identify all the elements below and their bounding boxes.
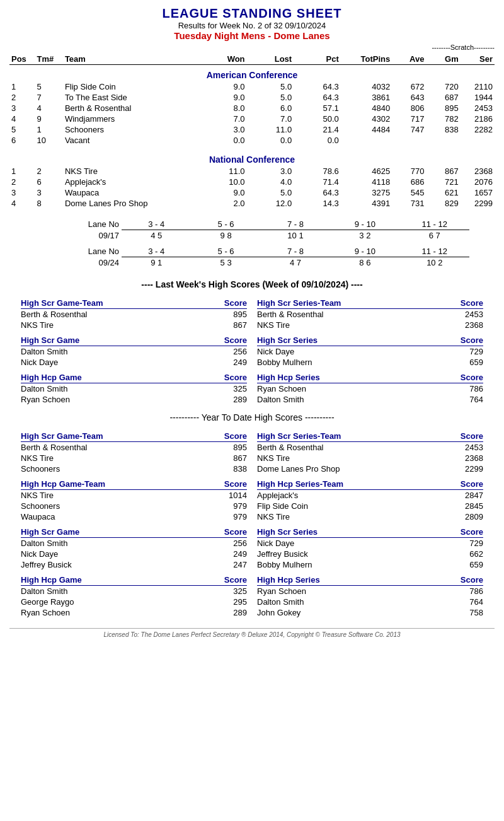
lane-table: Lane No3 - 45 - 67 - 89 - 1011 - 1209/24… [35,246,469,268]
table-row: 12NKS Tire11.03.078.646257708672368 [9,166,495,177]
col-header-totpins: TotPins [341,54,392,65]
score-category: High Scr Series-TeamScore [257,431,483,442]
score-row: Jeffrey Busick662 [257,549,483,559]
table-row: 26Applejack's10.04.071.441186867212076 [9,177,495,187]
score-row: Berth & Rosenthal895 [21,442,247,453]
score-row: Applejack's2847 [257,490,483,501]
score-row: NKS Tire1014 [21,490,247,501]
col-header-lost: Lost [247,54,294,65]
standings-table: Pos Tm# Team Won Lost Pct TotPins Ave Gm… [9,54,495,213]
col-header-pos: Pos [9,54,35,65]
score-row: John Gokey758 [257,607,483,618]
league-name: Tuesday Night Mens - Dome Lanes [9,30,495,41]
score-row: Nick Daye729 [257,346,483,357]
standings-section: --------Scratch--------- Pos Tm# Team Wo… [9,44,495,213]
score-category: High Hcp SeriesScore [257,373,483,383]
last-week-title: ---- Last Week's High Scores (Week of 09… [9,279,495,289]
score-row: Bobby Mulhern659 [257,559,483,570]
col-header-ave: Ave [392,54,426,65]
table-row: 34Berth & Rosenthal8.06.057.148408068952… [9,103,495,114]
score-row: Berth & Rosenthal895 [21,309,247,320]
score-row: Schooners838 [21,463,247,474]
col-header-won: Won [200,54,247,65]
score-row: Flip Side Coin2845 [257,501,483,511]
table-row: 15Flip Side Coin9.05.064.340326727202110 [9,81,495,92]
score-row: George Raygo295 [21,597,247,607]
score-category: High Scr Game-TeamScore [21,298,247,309]
score-row: Waupaca979 [21,511,247,522]
score-category: High Hcp Series-TeamScore [257,479,483,490]
score-row: Jeffrey Busick247 [21,559,247,570]
score-row: Berth & Rosenthal2453 [257,442,483,453]
page-header: LEAGUE STANDING SHEET Results for Week N… [9,6,495,41]
table-row: 48Dome Lanes Pro Shop2.012.014.343917318… [9,198,495,209]
score-row: Ryan Schoen786 [257,383,483,394]
score-category: High Hcp GameScore [21,373,247,383]
score-row: NKS Tire2368 [257,453,483,463]
score-category: High Hcp Game-TeamScore [21,479,247,490]
score-category: High Scr GameScore [21,527,247,538]
footer: Licensed To: The Dome Lanes Perfect Secr… [9,628,495,638]
table-row: 27To The East Side9.05.064.3386164368719… [9,92,495,103]
score-row: Dome Lanes Pro Shop2299 [257,463,483,474]
lane-assignments: Lane No3 - 45 - 67 - 89 - 1011 - 1209/17… [35,219,469,273]
score-row: Ryan Schoen786 [257,586,483,597]
scores-left-col: High Scr Game-TeamScoreBerth & Rosenthal… [16,426,252,618]
score-category: High Scr Game-TeamScore [21,431,247,442]
table-row: 49Windjammers7.07.050.043027177822186 [9,114,495,124]
last-week-scores: High Scr Game-TeamScoreBerth & Rosenthal… [16,293,488,405]
score-row: Ryan Schoen289 [21,607,247,618]
main-title: LEAGUE STANDING SHEET [9,6,495,21]
score-row: NKS Tire2809 [257,511,483,522]
score-row: Bobby Mulhern659 [257,357,483,368]
score-row: NKS Tire867 [21,320,247,330]
score-row: Dalton Smith764 [257,394,483,405]
table-row: 51Schooners3.011.021.444847478382282 [9,124,495,135]
ytd-scores: High Scr Game-TeamScoreBerth & Rosenthal… [16,426,488,618]
conference-header-american: American Conference [9,65,495,82]
scores-right-col: High Scr Series-TeamScoreBerth & Rosenth… [252,426,488,618]
score-row: Schooners979 [21,501,247,511]
score-row: Dalton Smith256 [21,538,247,549]
score-row: Dalton Smith325 [21,383,247,394]
score-category: High Scr SeriesScore [257,335,483,346]
scratch-header-label: --------Scratch--------- [9,44,495,51]
score-row: Ryan Schoen289 [21,394,247,405]
col-header-gm: Gm [426,54,460,65]
score-row: Dalton Smith764 [257,597,483,607]
score-row: Berth & Rosenthal2453 [257,309,483,320]
col-header-pct: Pct [294,54,341,65]
scores-left-col: High Scr Game-TeamScoreBerth & Rosenthal… [16,293,252,405]
score-row: Nick Daye729 [257,538,483,549]
table-row: 610Vacant0.00.00.0 [9,135,495,146]
spacer-row [9,209,495,213]
score-category: High Scr Series-TeamScore [257,298,483,309]
table-row: 33Waupaca9.05.064.332755456211657 [9,187,495,198]
col-header-tm: Tm# [35,54,62,65]
score-category: High Hcp SeriesScore [257,575,483,586]
score-category: High Hcp GameScore [21,575,247,586]
score-row: Dalton Smith256 [21,346,247,357]
conference-header-national: National Conference [9,149,495,166]
col-header-ser: Ser [461,54,495,65]
score-row: NKS Tire867 [21,453,247,463]
score-category: High Scr SeriesScore [257,527,483,538]
score-category: High Scr GameScore [21,335,247,346]
score-row: Nick Daye249 [21,549,247,559]
scores-right-col: High Scr Series-TeamScoreBerth & Rosenth… [252,293,488,405]
score-row: Nick Daye249 [21,357,247,368]
score-row: NKS Tire2368 [257,320,483,330]
lane-table: Lane No3 - 45 - 67 - 89 - 1011 - 1209/17… [35,219,469,241]
col-header-team: Team [63,54,200,65]
subtitle: Results for Week No. 2 of 32 09/10/2024 [9,21,495,30]
ytd-title: ---------- Year To Date High Scores ----… [9,412,495,422]
score-row: Dalton Smith325 [21,586,247,597]
